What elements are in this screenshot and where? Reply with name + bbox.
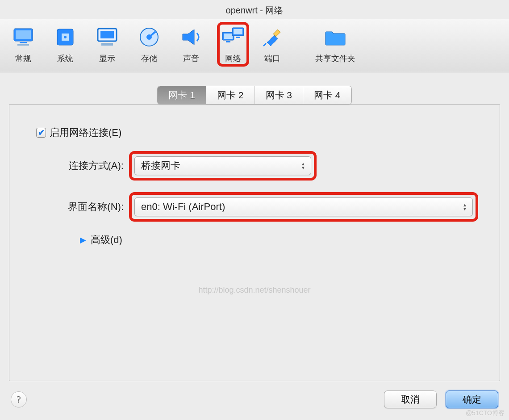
interface-name-value: en0: Wi-Fi (AirPort) — [141, 201, 225, 213]
svg-rect-2 — [20, 42, 27, 43]
svg-rect-3 — [17, 44, 29, 46]
toolbar-label: 存储 — [141, 53, 157, 64]
attached-to-label: 连接方式(A): — [31, 159, 129, 172]
svg-rect-9 — [101, 43, 113, 46]
tab-group: 网卡 1 网卡 2 网卡 3 网卡 4 — [157, 86, 351, 105]
toolbar-item-sound[interactable]: 声音 — [175, 22, 207, 67]
cancel-button[interactable]: 取消 — [384, 391, 437, 408]
tab-adapter4[interactable]: 网卡 4 — [303, 86, 351, 104]
body-area: 网卡 1 网卡 2 网卡 3 网卡 4 ✔ 启用网络连接(E) 连接方式(A):… — [0, 72, 509, 382]
toolbar-item-general[interactable]: 常规 — [7, 22, 39, 67]
interface-name-row: 界面名称(N): en0: Wi-Fi (AirPort) ▲▼ — [31, 192, 478, 222]
toolbar-label: 显示 — [99, 53, 115, 64]
svg-rect-1 — [16, 30, 31, 39]
toolbar-label: 端口 — [264, 53, 280, 64]
interface-name-dropdown[interactable]: en0: Wi-Fi (AirPort) ▲▼ — [134, 197, 473, 216]
svg-line-19 — [263, 43, 266, 46]
network-icon — [221, 25, 246, 50]
stepper-icon: ▲▼ — [460, 203, 470, 211]
chip-icon — [53, 25, 78, 50]
toolbar-label: 声音 — [183, 53, 199, 64]
corner-watermark: @51CTO博客 — [466, 409, 505, 417]
toolbar: 常规 系统 显示 存储 声音 — [0, 19, 509, 72]
settings-window: openwrt - 网络 常规 系统 显示 存储 — [0, 0, 509, 420]
attached-to-highlight: 桥接网卡 ▲▼ — [129, 151, 317, 181]
tab-adapter1[interactable]: 网卡 1 — [158, 86, 206, 104]
window-title: openwrt - 网络 — [0, 0, 509, 19]
adapter-panel: ✔ 启用网络连接(E) 连接方式(A): 桥接网卡 ▲▼ 界面名称(N): en… — [9, 104, 500, 381]
display-icon — [95, 25, 120, 50]
toolbar-item-shared[interactable]: 共享文件夹 — [312, 22, 359, 67]
attached-to-value: 桥接网卡 — [141, 159, 180, 172]
svg-rect-17 — [236, 37, 240, 38]
folder-icon — [323, 25, 348, 50]
speaker-icon — [179, 25, 204, 50]
plug-icon — [260, 25, 285, 50]
disk-icon — [137, 25, 162, 50]
help-button[interactable]: ? — [11, 391, 27, 407]
interface-name-highlight: en0: Wi-Fi (AirPort) ▲▼ — [129, 192, 478, 222]
ok-button[interactable]: 确定 — [446, 391, 498, 408]
svg-rect-13 — [224, 34, 233, 39]
tab-bar: 网卡 1 网卡 2 网卡 3 网卡 4 — [9, 86, 500, 105]
enable-network-label: 启用网络连接(E) — [50, 126, 121, 139]
attached-to-dropdown[interactable]: 桥接网卡 ▲▼ — [134, 156, 311, 175]
triangle-right-icon: ▶ — [80, 235, 86, 245]
toolbar-item-port[interactable]: 端口 — [256, 22, 288, 67]
toolbar-item-display[interactable]: 显示 — [91, 22, 123, 67]
attached-to-row: 连接方式(A): 桥接网卡 ▲▼ — [31, 151, 478, 181]
toolbar-label: 系统 — [57, 53, 73, 64]
toolbar-label: 共享文件夹 — [315, 53, 355, 64]
toolbar-item-network[interactable]: 网络 — [217, 22, 249, 67]
enable-network-checkbox[interactable]: ✔ — [36, 128, 46, 138]
toolbar-label: 网络 — [225, 53, 241, 64]
svg-rect-8 — [100, 31, 114, 38]
advanced-disclosure[interactable]: ▶ 高级(d) — [80, 233, 478, 247]
footer: ? 取消 确定 @51CTO博客 — [0, 382, 509, 420]
interface-name-label: 界面名称(N): — [31, 200, 129, 214]
svg-rect-15 — [234, 29, 242, 34]
toolbar-item-system[interactable]: 系统 — [49, 22, 81, 67]
tab-adapter3[interactable]: 网卡 3 — [255, 86, 304, 104]
stepper-icon: ▲▼ — [298, 162, 308, 170]
svg-rect-16 — [226, 41, 230, 42]
monitor-icon — [11, 25, 36, 50]
enable-network-row: ✔ 启用网络连接(E) — [36, 126, 478, 139]
advanced-label: 高级(d) — [91, 233, 122, 247]
toolbar-item-storage[interactable]: 存储 — [133, 22, 165, 67]
tab-adapter2[interactable]: 网卡 2 — [206, 86, 255, 104]
toolbar-label: 常规 — [15, 53, 31, 64]
svg-point-6 — [64, 36, 67, 38]
